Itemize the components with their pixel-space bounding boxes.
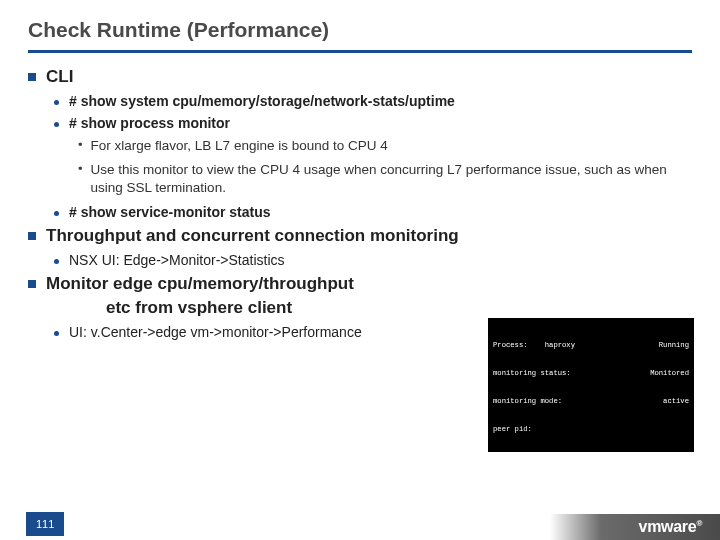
section-cli: CLI bbox=[28, 67, 692, 87]
slide: Check Runtime (Performance) CLI # show s… bbox=[0, 0, 720, 540]
section-heading: Throughput and concurrent connection mon… bbox=[46, 226, 459, 246]
section-throughput: Throughput and concurrent connection mon… bbox=[28, 226, 692, 246]
dot-bullet-icon bbox=[54, 259, 59, 264]
brand-text: vmware bbox=[639, 518, 697, 535]
cli-item-1: # show system cpu/memory/storage/network… bbox=[54, 93, 692, 109]
section-heading: CLI bbox=[46, 67, 73, 87]
terminal-screenshot: Process: haproxyRunning monitoring statu… bbox=[488, 318, 694, 452]
term-row: peer pid: bbox=[493, 425, 689, 434]
brand-reg-icon: ® bbox=[696, 519, 702, 528]
cli-command-3: # show service-monitor status bbox=[69, 204, 271, 220]
dot-bullet-icon bbox=[54, 331, 59, 336]
term-row: Process: haproxyRunning bbox=[493, 341, 689, 350]
section-heading: Monitor edge cpu/memory/throughput bbox=[46, 274, 354, 294]
cli-item-3: # show service-monitor status bbox=[54, 204, 692, 220]
monitor-edge-text: UI: v.Center->edge vm->monitor->Performa… bbox=[69, 324, 362, 340]
dot-bullet-icon bbox=[54, 122, 59, 127]
dot-bullet-icon bbox=[54, 211, 59, 216]
cli-command-2: # show process monitor bbox=[69, 115, 230, 131]
cli-command-1: # show system cpu/memory/storage/network… bbox=[69, 93, 455, 109]
page-number: 111 bbox=[26, 512, 64, 536]
square-bullet-icon bbox=[28, 232, 36, 240]
section-monitor-edge: Monitor edge cpu/memory/throughput bbox=[28, 274, 692, 294]
cli-note-text-2: Use this monitor to view the CPU 4 usage… bbox=[91, 161, 692, 197]
square-bullet-icon bbox=[28, 73, 36, 81]
throughput-text: NSX UI: Edge->Monitor->Statistics bbox=[69, 252, 285, 268]
cli-note-2: • Use this monitor to view the CPU 4 usa… bbox=[78, 161, 692, 197]
throughput-item-1: NSX UI: Edge->Monitor->Statistics bbox=[54, 252, 692, 268]
slide-title: Check Runtime (Performance) bbox=[28, 18, 692, 53]
square-bullet-icon bbox=[28, 280, 36, 288]
footer: 111 bbox=[0, 508, 720, 540]
dot-bullet-icon bbox=[54, 100, 59, 105]
tiny-bullet-icon: • bbox=[78, 137, 83, 155]
cli-item-2: # show process monitor bbox=[54, 115, 692, 131]
term-row: monitoring status:Monitored bbox=[493, 369, 689, 378]
term-row: monitoring mode:active bbox=[493, 397, 689, 406]
section-continuation: etc from vsphere client bbox=[106, 298, 692, 318]
cli-note-1: • For xlarge flavor, LB L7 engine is bou… bbox=[78, 137, 692, 155]
cli-note-text-1: For xlarge flavor, LB L7 engine is bound… bbox=[91, 137, 388, 155]
brand-logo: vmware® bbox=[639, 518, 702, 536]
tiny-bullet-icon: • bbox=[78, 161, 83, 197]
